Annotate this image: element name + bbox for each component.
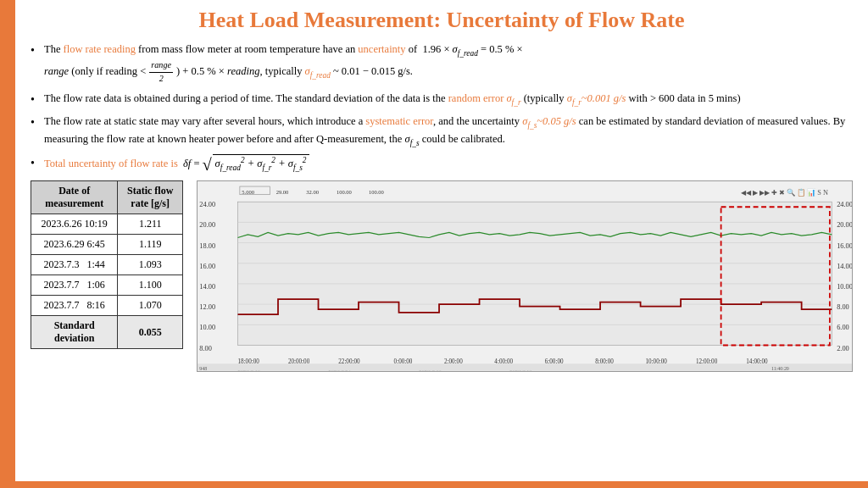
flow-cell: 1.093 xyxy=(118,255,183,275)
col-header-date: Date ofmeasurement xyxy=(31,181,118,214)
delta-f-formula: δf = √ σf_read2 + σf_r2 + σf_s2 xyxy=(181,158,309,169)
sqrt-symbol: √ xyxy=(203,156,212,173)
measurement-table: Date ofmeasurement Static flowrate [g/s]… xyxy=(31,180,183,349)
range-over-2: range 2 xyxy=(149,59,173,85)
sigma-fr-value: σf_r~0.001 g/s xyxy=(567,92,626,104)
date-cell: 2023.6.26 10:19 xyxy=(31,214,118,235)
bullet-text-1: The flow rate reading from mass flow met… xyxy=(44,42,853,85)
date-cell: 2023.6.29 6:45 xyxy=(31,235,118,255)
chart-area: 24.00 20.00 18.00 16.00 14.00 12.00 10.0… xyxy=(197,180,853,372)
date-cell: 2023.7.3 1:44 xyxy=(31,255,118,275)
flow-cell: 1.070 xyxy=(118,296,183,316)
bullet-dot-1: • xyxy=(31,42,44,59)
bottom-section: Date ofmeasurement Static flowrate [g/s]… xyxy=(31,180,853,372)
flow-rate-reading-label: flow rate reading xyxy=(64,43,136,55)
table-row: 2023.6.29 6:45 1.119 xyxy=(31,235,183,255)
svg-text:24.00: 24.00 xyxy=(199,202,215,209)
svg-text:8.00: 8.00 xyxy=(837,303,849,311)
svg-text:24.00: 24.00 xyxy=(837,202,852,209)
flow-cell: 1.211 xyxy=(118,214,183,235)
svg-text:29.00: 29.00 xyxy=(276,189,289,195)
svg-text:10.00: 10.00 xyxy=(199,324,215,332)
left-accent-bar xyxy=(0,0,15,488)
std-dev-value: 0.055 xyxy=(118,316,183,349)
svg-text:11:40:20: 11:40:20 xyxy=(771,366,789,371)
svg-text:14.00: 14.00 xyxy=(199,283,215,291)
sqrt-content: σf_read2 + σf_r2 + σf_s2 xyxy=(213,154,309,174)
bullet-dot-3: • xyxy=(31,114,44,131)
bullet-list: • The flow rate reading from mass flow m… xyxy=(31,42,853,174)
bullet-dot-4: • xyxy=(31,155,44,172)
bullet-item-3: • The flow rate at static state may vary… xyxy=(31,114,853,149)
bullet-item-2: • The flow rate data is obtained during … xyxy=(31,91,853,108)
range-condition: (only if reading < range 2 ) + 0.5 % × r… xyxy=(71,65,259,77)
std-dev-label: Standarddeviation xyxy=(31,316,118,349)
flow-cell: 1.100 xyxy=(118,275,183,296)
range-formula: range xyxy=(44,65,69,77)
svg-text:16.00: 16.00 xyxy=(199,263,215,270)
uncertainty-label: uncertainty xyxy=(358,43,405,55)
random-error-label: random error σf_r xyxy=(448,92,521,104)
svg-text:32.00: 32.00 xyxy=(306,189,319,195)
svg-text:20.00: 20.00 xyxy=(199,222,215,230)
table-row: 2023.7.7 8:16 1.070 xyxy=(31,296,183,316)
svg-text:10.00: 10.00 xyxy=(837,283,852,291)
chart-svg: 24.00 20.00 18.00 16.00 14.00 12.00 10.0… xyxy=(198,181,852,371)
bullet-text-4: Total uncertainty of flow rate is δf = √… xyxy=(44,154,853,174)
svg-text:14.00: 14.00 xyxy=(837,263,852,270)
svg-text:8.00: 8.00 xyxy=(199,345,212,352)
sigma-fread: σf_read xyxy=(453,43,478,55)
table-footer-row: Standarddeviation 0.055 xyxy=(31,316,183,349)
svg-text:18.00: 18.00 xyxy=(199,242,215,250)
col-header-flow: Static flowrate [g/s] xyxy=(118,181,183,214)
svg-text:948: 948 xyxy=(199,366,207,371)
bullet-item-4: • Total uncertainty of flow rate is δf =… xyxy=(31,154,853,174)
svg-text:6.00: 6.00 xyxy=(837,324,849,332)
sigma-fs-value: σf_s~0.05 g/s xyxy=(522,115,576,127)
svg-text:100.00: 100.00 xyxy=(337,189,353,195)
total-uncertainty-label: Total uncertainty of flow rate is xyxy=(44,158,178,169)
table-row: 2023.7.3 1:44 1.093 xyxy=(31,255,183,275)
svg-text:12.00: 12.00 xyxy=(199,303,215,311)
bottom-accent-bar xyxy=(0,481,868,488)
systematic-error-label: systematic error xyxy=(365,115,433,127)
table-row: 2023.6.26 10:19 1.211 xyxy=(31,214,183,235)
bullet-item-1: • The flow rate reading from mass flow m… xyxy=(31,42,853,85)
sigma-fs-ref: σf_s xyxy=(405,133,420,145)
page-title: Heat Load Measurement: Uncertainty of Fl… xyxy=(31,7,853,33)
bullet-text-2: The flow rate data is obtained during a … xyxy=(44,91,853,108)
date-cell: 2023.7.7 8:16 xyxy=(31,296,118,316)
bullet-dot-2: • xyxy=(31,92,44,108)
measurement-table-container: Date ofmeasurement Static flowrate [g/s]… xyxy=(31,180,183,372)
main-content: Heat Load Measurement: Uncertainty of Fl… xyxy=(15,0,868,481)
svg-text:16.00: 16.00 xyxy=(837,242,852,250)
svg-text:2.00: 2.00 xyxy=(837,345,849,352)
flow-cell: 1.119 xyxy=(118,235,183,255)
svg-text:5.000: 5.000 xyxy=(242,189,254,195)
table-row: 2023.7.7 1:06 1.100 xyxy=(31,275,183,296)
svg-rect-1 xyxy=(238,202,832,346)
svg-text:100.00: 100.00 xyxy=(369,189,385,195)
sigma-fread-approx: σf_read xyxy=(305,65,331,77)
sqrt-formula: √ σf_read2 + σf_r2 + σf_s2 xyxy=(203,154,309,174)
svg-rect-47 xyxy=(198,364,852,371)
svg-text:20.00: 20.00 xyxy=(837,222,852,230)
date-cell: 2023.7.7 1:06 xyxy=(31,275,118,296)
bullet-text-3: The flow rate at static state may vary a… xyxy=(44,114,853,149)
svg-text:◀◀ ▶ ▶▶ ✚ ✖ 🔍 📋 📊 S N: ◀◀ ▶ ▶▶ ✚ ✖ 🔍 📋 📊 S N xyxy=(741,188,828,197)
